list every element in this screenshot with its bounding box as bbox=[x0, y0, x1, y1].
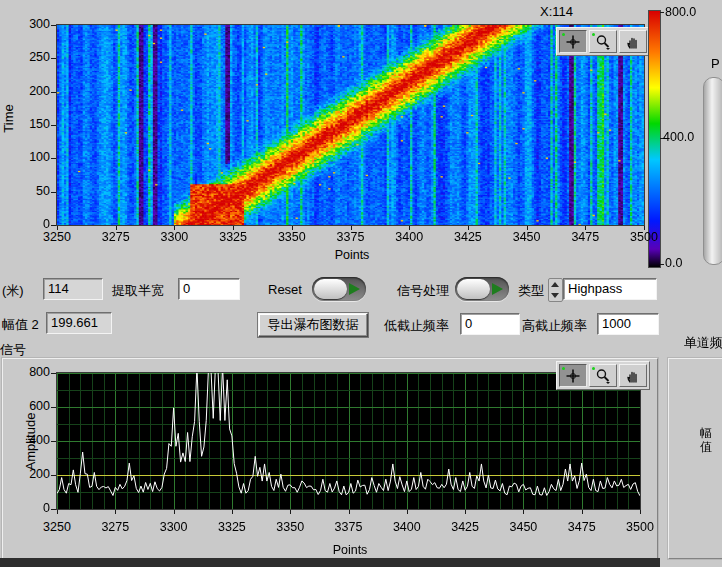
x-tick-mark bbox=[527, 226, 528, 230]
x-tick-label: 3300 bbox=[154, 230, 194, 244]
x-tick-mark bbox=[290, 510, 291, 514]
pan-tool-button[interactable] bbox=[619, 30, 647, 53]
y-tick-label: 200 bbox=[14, 84, 50, 98]
bottom-edge-strip bbox=[0, 558, 660, 567]
y-tick-label: 400 bbox=[14, 433, 50, 447]
y-tick-label: 600 bbox=[14, 399, 50, 413]
zoom-tool-button[interactable] bbox=[589, 364, 617, 387]
x-tick-label: 3300 bbox=[154, 520, 194, 534]
colorbar-min-label: 0.0 bbox=[665, 256, 682, 270]
right-panel-vertical-label: 幅值 bbox=[700, 426, 714, 454]
zoom-tool-button[interactable] bbox=[589, 30, 617, 53]
x-tick-mark bbox=[292, 226, 293, 230]
y-tick-label: 0 bbox=[14, 501, 50, 515]
x-tick-mark bbox=[409, 226, 410, 230]
x-tick-mark bbox=[232, 510, 233, 514]
colorbar-mid-label: 400.0 bbox=[663, 130, 694, 144]
x-tick-mark bbox=[640, 510, 641, 514]
x-tick-label: 3375 bbox=[331, 230, 371, 244]
toggle-knob bbox=[457, 279, 490, 299]
y-tick-mark bbox=[51, 225, 56, 226]
distance-label: (米) bbox=[2, 282, 24, 300]
export-waterfall-data-button[interactable]: 导出瀑布图数据 bbox=[258, 313, 368, 337]
labview-front-panel: Time X:114 800.0 400.0 0.0 bbox=[0, 0, 722, 567]
toggle-arrow-icon bbox=[349, 283, 360, 295]
x-tick-mark bbox=[349, 510, 350, 514]
signal-plot-area[interactable] bbox=[56, 372, 641, 510]
x-tick-mark bbox=[407, 510, 408, 514]
extract-halfwidth-input[interactable]: 0 bbox=[178, 278, 240, 300]
x-tick-mark bbox=[174, 226, 175, 230]
hand-icon bbox=[625, 368, 641, 384]
right-side-panel bbox=[668, 358, 722, 559]
x-tick-mark bbox=[644, 226, 645, 230]
x-tick-label: 3400 bbox=[387, 520, 427, 534]
signal-x-axis-title: Points bbox=[315, 543, 385, 557]
signal-graph-palette bbox=[556, 361, 650, 390]
low-cutoff-input[interactable]: 0 bbox=[460, 313, 520, 335]
y-tick-mark bbox=[51, 25, 56, 26]
low-cutoff-label: 低截止频率 bbox=[384, 317, 449, 335]
y-tick-mark bbox=[51, 441, 56, 442]
y-tick-label: 100 bbox=[14, 150, 50, 164]
y-tick-label: 50 bbox=[14, 184, 50, 198]
x-tick-label: 3425 bbox=[448, 230, 488, 244]
x-tick-label: 3425 bbox=[445, 520, 485, 534]
clipped-side-label: P bbox=[711, 56, 720, 71]
crosshair-icon bbox=[565, 368, 581, 384]
tool-active-dot bbox=[562, 367, 565, 370]
hand-icon bbox=[625, 34, 641, 50]
y-tick-mark bbox=[51, 475, 56, 476]
x-tick-mark bbox=[57, 226, 58, 230]
spinner-up-icon bbox=[551, 282, 559, 287]
waterfall-graph-palette bbox=[556, 27, 650, 56]
pan-tool-button[interactable] bbox=[619, 364, 647, 387]
filter-type-spinner[interactable] bbox=[548, 278, 563, 302]
tool-dot bbox=[592, 33, 595, 36]
x-tick-label: 3275 bbox=[95, 520, 135, 534]
reset-toggle-button[interactable] bbox=[312, 277, 366, 301]
y-tick-mark bbox=[51, 407, 56, 408]
x-tick-mark bbox=[115, 510, 116, 514]
tool-dot bbox=[592, 367, 595, 370]
x-tick-mark bbox=[582, 510, 583, 514]
extract-halfwidth-label: 提取半宽 bbox=[112, 282, 164, 300]
amplitude2-label: 幅值 2 bbox=[2, 316, 39, 334]
y-tick-mark bbox=[51, 125, 56, 126]
cursor-x-indicator: 114 bbox=[43, 278, 103, 300]
x-tick-label: 3375 bbox=[329, 520, 369, 534]
x-tick-label: 3250 bbox=[37, 230, 77, 244]
y-tick-label: 0 bbox=[14, 217, 50, 231]
y-tick-label: 150 bbox=[14, 117, 50, 131]
high-cutoff-input[interactable]: 1000 bbox=[597, 313, 659, 335]
signal-processing-label: 信号处理 bbox=[397, 282, 449, 300]
signal-section-label: 信号 bbox=[0, 341, 26, 359]
y-tick-mark bbox=[51, 192, 56, 193]
crosshair-tool-button[interactable] bbox=[559, 30, 587, 53]
y-tick-mark bbox=[51, 373, 56, 374]
waterfall-x-axis-title: Points bbox=[322, 248, 382, 262]
spinner-down-icon bbox=[551, 293, 559, 298]
x-tick-label: 3475 bbox=[562, 520, 602, 534]
y-tick-label: 300 bbox=[14, 17, 50, 31]
x-tick-label: 3500 bbox=[624, 230, 664, 244]
magnifier-icon bbox=[595, 368, 611, 384]
tool-active-dot bbox=[562, 33, 565, 36]
crosshair-icon bbox=[565, 34, 581, 50]
x-tick-mark bbox=[174, 510, 175, 514]
y-tick-mark bbox=[51, 509, 56, 510]
reset-label: Reset bbox=[268, 282, 302, 297]
x-tick-mark bbox=[585, 226, 586, 230]
signal-processing-toggle[interactable] bbox=[455, 277, 509, 301]
cursor-x-readout: X:114 bbox=[540, 4, 573, 19]
toggle-knob bbox=[314, 279, 347, 299]
x-tick-label: 3450 bbox=[503, 520, 543, 534]
x-tick-label: 3450 bbox=[507, 230, 547, 244]
filter-type-value[interactable]: Highpass bbox=[563, 278, 657, 300]
color-scale-slider[interactable] bbox=[703, 77, 722, 265]
single-channel-spectrum-label: 单道频 bbox=[684, 334, 722, 352]
crosshair-tool-button[interactable] bbox=[559, 364, 587, 387]
x-tick-mark bbox=[468, 226, 469, 230]
x-tick-mark bbox=[523, 510, 524, 514]
y-tick-mark bbox=[51, 58, 56, 59]
